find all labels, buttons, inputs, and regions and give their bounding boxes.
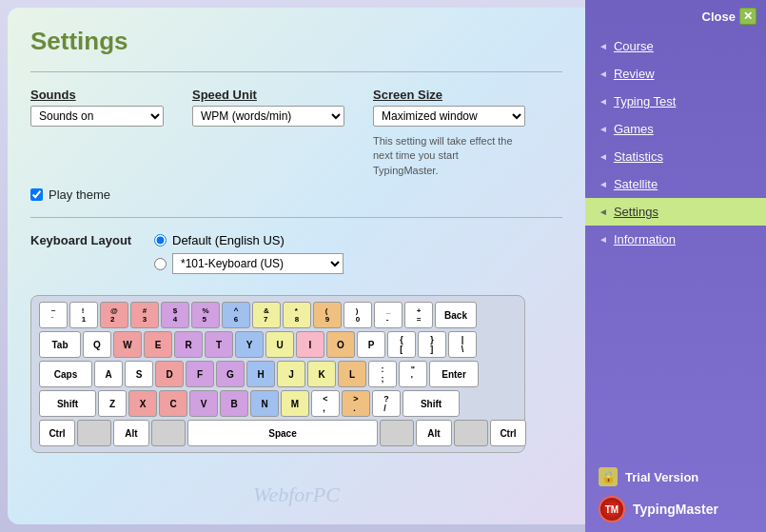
key-k[interactable]: K bbox=[307, 361, 336, 387]
key-l[interactable]: L bbox=[338, 361, 366, 387]
key-x[interactable]: X bbox=[128, 390, 157, 417]
key-period[interactable]: >. bbox=[342, 390, 370, 417]
key-row-zxcv: Shift Z X C V B N M <, >. ?/ Shift bbox=[39, 390, 517, 417]
play-theme-checkbox[interactable] bbox=[30, 188, 43, 201]
typingmaster-label: TypingMaster bbox=[633, 502, 718, 517]
key-p[interactable]: P bbox=[357, 331, 385, 358]
speed-select[interactable]: WPM (words/min) CPM (chars/min) KPH (key… bbox=[192, 106, 344, 127]
key-h[interactable]: H bbox=[246, 361, 275, 387]
key-v[interactable]: V bbox=[189, 390, 218, 417]
key-u[interactable]: U bbox=[265, 331, 294, 358]
key-z[interactable]: Z bbox=[98, 390, 127, 417]
sidebar-item-information[interactable]: ◄ Information bbox=[585, 226, 766, 253]
key-comma[interactable]: <, bbox=[311, 390, 340, 417]
key-ctrl-left[interactable]: Ctrl bbox=[39, 420, 75, 446]
key-q[interactable]: Q bbox=[83, 331, 111, 358]
watermark: WebforPC bbox=[253, 483, 340, 507]
key-ctrl-right[interactable]: Ctrl bbox=[490, 420, 526, 446]
key-tilde[interactable]: ~` bbox=[39, 302, 68, 328]
key-d[interactable]: D bbox=[155, 361, 184, 387]
sidebar-label-statistics: Statistics bbox=[614, 149, 663, 164]
key-2[interactable]: @2 bbox=[100, 302, 128, 328]
main-panel: Settings Sounds Sounds on Sounds off Spe… bbox=[8, 8, 585, 524]
sidebar-item-settings[interactable]: ◄ Settings bbox=[585, 198, 766, 226]
key-j[interactable]: J bbox=[277, 361, 305, 387]
key-enter[interactable]: Enter bbox=[429, 361, 479, 387]
key-w[interactable]: W bbox=[113, 331, 142, 358]
key-plus[interactable]: += bbox=[404, 302, 433, 328]
key-alt-left[interactable]: Alt bbox=[113, 420, 149, 446]
nav-arrow-games: ◄ bbox=[599, 124, 608, 134]
key-space[interactable]: Space bbox=[187, 420, 378, 446]
screen-group: Screen Size Maximized window Full screen… bbox=[373, 88, 525, 178]
key-4[interactable]: $4 bbox=[161, 302, 189, 328]
sidebar-item-typing-test[interactable]: ◄ Typing Test bbox=[585, 88, 766, 115]
key-5[interactable]: %5 bbox=[191, 302, 220, 328]
key-3[interactable]: #3 bbox=[130, 302, 159, 328]
sidebar-label-games: Games bbox=[614, 122, 654, 136]
key-tab[interactable]: Tab bbox=[39, 331, 81, 358]
key-m[interactable]: M bbox=[281, 390, 309, 417]
key-9[interactable]: (9 bbox=[313, 302, 342, 328]
keyboard-layout-label: Keyboard Layout bbox=[30, 233, 135, 247]
sidebar-nav: ◄ Course ◄ Review ◄ Typing Test ◄ Games … bbox=[585, 29, 766, 458]
sidebar-item-games[interactable]: ◄ Games bbox=[585, 115, 766, 143]
screen-select[interactable]: Maximized window Full screen 800x600 102… bbox=[373, 106, 525, 127]
key-shift-right[interactable]: Shift bbox=[403, 390, 460, 417]
key-c[interactable]: C bbox=[159, 390, 187, 417]
keyboard-type-select[interactable]: *101-Keyboard (US) *102-Keyboard (EU) bbox=[172, 253, 344, 274]
key-7[interactable]: &7 bbox=[252, 302, 281, 328]
key-slash[interactable]: ?/ bbox=[372, 390, 401, 417]
key-minus[interactable]: _- bbox=[374, 302, 403, 328]
sidebar-item-course[interactable]: ◄ Course bbox=[585, 32, 766, 60]
key-backslash[interactable]: |\ bbox=[448, 331, 477, 358]
close-button[interactable]: Close ✕ bbox=[702, 8, 756, 25]
sounds-select[interactable]: Sounds on Sounds off bbox=[30, 106, 164, 127]
key-quote[interactable]: "' bbox=[399, 361, 427, 387]
key-0[interactable]: )0 bbox=[344, 302, 372, 328]
key-rbracket[interactable]: }] bbox=[418, 331, 446, 358]
key-n[interactable]: N bbox=[250, 390, 279, 417]
key-caps[interactable]: Caps bbox=[39, 361, 92, 387]
sidebar-item-satellite[interactable]: ◄ Satellite bbox=[585, 170, 766, 198]
key-fn3[interactable] bbox=[380, 420, 414, 446]
key-e[interactable]: E bbox=[144, 331, 172, 358]
key-6[interactable]: ^6 bbox=[222, 302, 250, 328]
sidebar-item-statistics[interactable]: ◄ Statistics bbox=[585, 143, 766, 170]
key-g[interactable]: G bbox=[216, 361, 245, 387]
divider-mid bbox=[30, 217, 562, 218]
key-y[interactable]: Y bbox=[235, 331, 264, 358]
key-i[interactable]: I bbox=[296, 331, 324, 358]
speed-group: Speed Unit WPM (words/min) CPM (chars/mi… bbox=[192, 88, 344, 127]
key-row-qwerty: Tab Q W E R T Y U I O P {[ }] |\ bbox=[39, 331, 517, 358]
key-semicolon[interactable]: :; bbox=[368, 361, 397, 387]
close-label: Close bbox=[702, 10, 736, 24]
key-a[interactable]: A bbox=[94, 361, 123, 387]
key-b[interactable]: B bbox=[220, 390, 248, 417]
trial-badge: 🔒 Trial Version bbox=[599, 467, 753, 486]
key-shift-left[interactable]: Shift bbox=[39, 390, 96, 417]
key-t[interactable]: T bbox=[205, 331, 233, 358]
sidebar-item-review[interactable]: ◄ Review bbox=[585, 60, 766, 88]
key-fn1[interactable] bbox=[77, 420, 111, 446]
key-s[interactable]: S bbox=[125, 361, 153, 387]
key-fn2[interactable] bbox=[151, 420, 186, 446]
sidebar: Close ✕ ◄ Course ◄ Review ◄ Typing Test … bbox=[585, 0, 766, 532]
key-r[interactable]: R bbox=[174, 331, 203, 358]
nav-arrow-course: ◄ bbox=[599, 41, 608, 51]
close-x-icon[interactable]: ✕ bbox=[739, 8, 756, 25]
key-1[interactable]: !1 bbox=[69, 302, 98, 328]
nav-arrow-satellite: ◄ bbox=[599, 179, 608, 189]
radio-default-input[interactable] bbox=[154, 234, 167, 246]
key-8[interactable]: *8 bbox=[283, 302, 311, 328]
key-alt-right[interactable]: Alt bbox=[416, 420, 452, 446]
radio-101-input[interactable] bbox=[154, 258, 167, 270]
sidebar-label-satellite: Satellite bbox=[614, 177, 658, 191]
key-lbracket[interactable]: {[ bbox=[387, 331, 416, 358]
key-o[interactable]: O bbox=[326, 331, 355, 358]
key-fn4[interactable] bbox=[454, 420, 488, 446]
key-row-asdf: Caps A S D F G H J K L :; "' Enter bbox=[39, 361, 517, 387]
key-back[interactable]: Back bbox=[435, 302, 477, 328]
keyboard-section: Keyboard Layout Default (English US) *10… bbox=[30, 233, 562, 453]
key-f[interactable]: F bbox=[186, 361, 214, 387]
